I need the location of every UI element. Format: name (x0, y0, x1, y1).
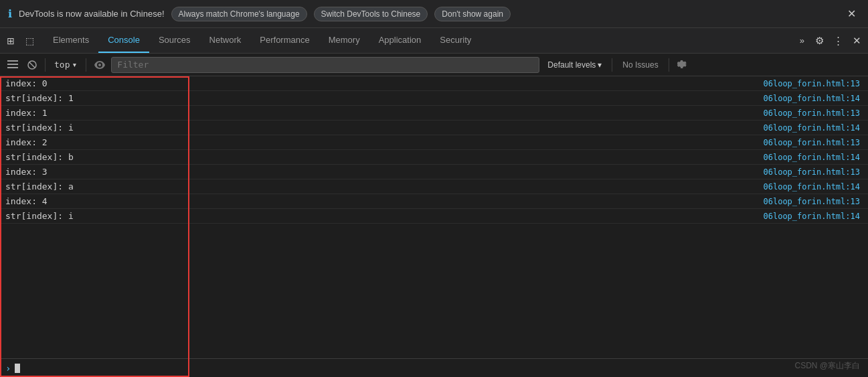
tab-application[interactable]: Application (369, 28, 431, 53)
divider-1 (45, 58, 46, 72)
console-main: index: 0 06loop_forin.html:13 str[index]… (0, 76, 868, 377)
close-devtools-button[interactable]: ✕ (849, 32, 865, 50)
filter-input[interactable] (111, 57, 539, 73)
console-output: index: 0 06loop_forin.html:13 str[index]… (0, 76, 868, 358)
row-source[interactable]: 06loop_forin.html:14 (758, 209, 869, 223)
tab-console[interactable]: Console (98, 28, 149, 53)
row-source[interactable]: 06loop_forin.html:13 (758, 165, 869, 179)
table-row: index: 2 06loop_forin.html:13 (0, 135, 868, 150)
sidebar-toggle-button[interactable] (4, 58, 21, 72)
row-content: str[index]: i (0, 121, 758, 135)
notification-text: DevTools is now available in Chinese! (19, 9, 165, 19)
tab-network[interactable]: Network (200, 28, 251, 53)
divider-4 (669, 58, 669, 72)
tab-elements[interactable]: Elements (44, 28, 98, 53)
notification-bar: ℹ DevTools is now available in Chinese! … (0, 0, 868, 28)
eye-filter-button[interactable] (91, 59, 108, 71)
row-content: str[index]: i (0, 209, 758, 223)
divider-3 (612, 58, 612, 72)
levels-chevron-icon: ▾ (598, 60, 602, 70)
match-language-button[interactable]: Always match Chrome's language (171, 7, 307, 21)
row-source[interactable]: 06loop_forin.html:14 (758, 150, 869, 164)
table-row: str[index]: b 06loop_forin.html:14 (0, 150, 868, 165)
row-source[interactable]: 06loop_forin.html:13 (758, 106, 869, 120)
default-levels-button[interactable]: Default levels ▾ (542, 59, 607, 71)
row-content: str[index]: a (0, 179, 758, 194)
drawer-icon-btn[interactable]: ⬚ (21, 33, 38, 49)
row-content: index: 4 (0, 194, 758, 208)
row-content: str[index]: 1 (0, 91, 758, 105)
svg-line-4 (29, 62, 35, 68)
default-levels-label: Default levels (547, 60, 596, 70)
tab-performance[interactable]: Performance (250, 28, 319, 53)
svg-rect-2 (7, 67, 18, 68)
no-issues-badge: No Issues (617, 60, 663, 70)
more-tabs-button[interactable]: » (794, 33, 810, 48)
divider-2 (86, 58, 86, 72)
table-row: index: 1 06loop_forin.html:13 (0, 106, 868, 121)
console-cursor (15, 364, 20, 373)
row-source[interactable]: 06loop_forin.html:14 (758, 121, 869, 135)
table-row: index: 3 06loop_forin.html:13 (0, 165, 868, 179)
svg-rect-0 (7, 60, 18, 62)
table-row: str[index]: a 06loop_forin.html:14 (0, 179, 868, 194)
svg-rect-1 (7, 64, 18, 65)
more-options-button[interactable]: ⋮ (829, 32, 847, 50)
row-source[interactable]: 06loop_forin.html:13 (758, 135, 869, 149)
switch-language-button[interactable]: Switch DevTools to Chinese (314, 7, 428, 21)
row-content: index: 0 (0, 76, 758, 90)
notification-close-button[interactable]: ✕ (843, 6, 860, 21)
context-selector[interactable]: top ▾ (50, 58, 81, 71)
chevron-down-icon: ▾ (72, 60, 77, 70)
table-row: str[index]: 1 06loop_forin.html:14 (0, 91, 868, 106)
row-content: index: 2 (0, 135, 758, 149)
clear-console-button[interactable] (24, 58, 40, 72)
footer-watermark: CSDN @寒山李白 (794, 360, 860, 372)
row-source[interactable]: 06loop_forin.html:13 (758, 76, 869, 90)
tab-security[interactable]: Security (430, 28, 481, 53)
row-content: index: 3 (0, 165, 758, 179)
row-source[interactable]: 06loop_forin.html:14 (758, 91, 869, 105)
console-prompt: › (5, 363, 11, 374)
table-row: index: 4 06loop_forin.html:13 (0, 194, 868, 209)
console-input-row: › (0, 358, 868, 377)
info-icon: ℹ (8, 7, 12, 20)
row-content: str[index]: b (0, 150, 758, 164)
tabs-container: Elements Console Sources Network Perform… (44, 28, 794, 53)
row-source[interactable]: 06loop_forin.html:13 (758, 194, 869, 208)
table-row: str[index]: i 06loop_forin.html:14 (0, 121, 868, 135)
row-content: index: 1 (0, 106, 758, 120)
tab-memory[interactable]: Memory (319, 28, 369, 53)
tab-bar: ⊞ ⬚ Elements Console Sources Network Per… (0, 28, 868, 54)
console-toolbar: top ▾ Default levels ▾ No Issues (0, 54, 868, 76)
console-settings-button[interactable] (674, 57, 690, 72)
table-row: str[index]: i 06loop_forin.html:14 (0, 209, 868, 224)
dont-show-button[interactable]: Don't show again (434, 7, 511, 21)
top-label: top (54, 60, 70, 70)
table-row: index: 0 06loop_forin.html:13 (0, 76, 868, 91)
row-source[interactable]: 06loop_forin.html:14 (758, 179, 869, 194)
settings-gear-button[interactable]: ⚙ (811, 32, 828, 50)
devtools-icon-btn[interactable]: ⊞ (3, 33, 19, 49)
tab-sources[interactable]: Sources (149, 28, 200, 53)
